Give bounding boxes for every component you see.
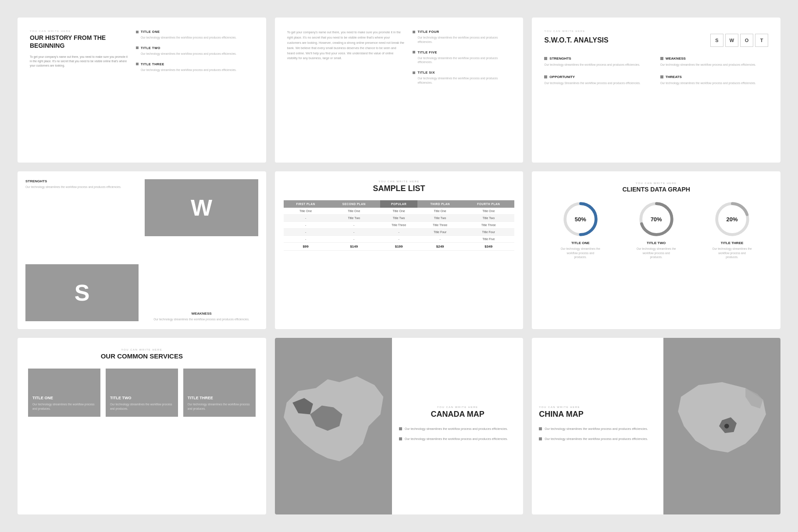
china-bullet-2: Our technology streamlines the workflow … [539,437,656,442]
circle-item-3: 20% TITLE THREE Our technology streamlin… [712,202,752,259]
slide5-top-label: YOU CAN WRITE HERE [284,180,515,183]
swot4-weak-title: WEAKNESS [145,312,258,316]
slide5-title: SAMPLE LIST [284,184,515,193]
svc2-title: TITLE TWO [110,396,174,400]
swot-sq [544,57,547,60]
title-six: TITLE SIX Our technology streamlines the… [413,71,511,85]
swot-w-box: W [145,179,258,236]
slide8-top-label: YOU CAN WRITE HERE [399,406,516,408]
swot-opp-body: Our technology Streamlines the workflow … [544,81,652,85]
circle2-label: TITLE TWO [647,241,666,245]
price-table: FIRST PLAN SECOND PLAN POPULAR THIRD PLA… [284,200,515,251]
slide3-top-label: YOU CAN WRITE HERE [544,30,768,32]
table-price-row: $99$149$199$249$349 [284,242,515,250]
bullet-sq [413,71,415,74]
table-row: Title OneTitle OneTitle OneTitle OneTitl… [284,208,515,215]
donut-3: 20% [715,202,750,237]
swot-sq [660,57,663,60]
circle-item-1: 50% TITLE ONE Our technology streamlines… [561,202,600,259]
title-six-body: Our technology streamlines the workflow … [413,76,511,85]
col-fourth: FOURTH PLAN [463,200,514,208]
title-item-3: TITLE THREE Our technology streamlines t… [136,62,254,72]
slide9-top-label: YOU CAN WRITE HERE [539,406,656,408]
swot4-str-title: STRENGHTS [25,179,139,183]
china-bullet-1: Our technology streamlines the workflow … [539,427,656,432]
canada-svg [275,338,392,514]
bullet-sq [413,51,415,53]
svg-point-8 [724,424,729,429]
swot-w-letter: W [191,195,212,221]
graph-circles: 50% TITLE ONE Our technology streamlines… [542,202,770,259]
slide2-body: To get your company's name out there, yo… [287,30,405,61]
bullet-sq [399,437,402,440]
table-header-row: FIRST PLAN SECOND PLAN POPULAR THIRD PLA… [284,200,515,208]
slide1-body: To get your company's name out there, yo… [30,55,128,67]
slide7-top-label: YOU CAN WRITE HERE [28,348,256,351]
swot-sq [660,75,663,78]
swot-weak-body: Our technology streamlines the workflow … [660,63,768,67]
svc2-body: Our technology streamlines the workflow … [110,402,174,411]
title-four: TITLE FOUR Our technology streamlines th… [413,30,511,44]
swot-s-letter: S [75,280,90,306]
bullet-sq [539,437,542,440]
swot-thr-body: Our technology streamlines the workflow … [660,81,768,85]
table-row: --Title ThreeTitle ThreeTitle Three [284,221,515,228]
circle2-body: Our technology streamlines the workflow … [637,247,676,259]
bullet-sq [399,427,402,430]
canada-bullet-2: Our technology streamlines the workflow … [399,437,516,442]
slide-swot-visual: STRENGHTS Our technology streamlines the… [18,171,266,330]
swot4-str-body: Our technology streamlines the workflow … [25,185,139,189]
donut-2: 70% [639,202,674,237]
bullet-sq [136,63,139,65]
circle3-body: Our technology streamlines the workflow … [712,247,752,259]
swot-w-section: WEAKNESS Our technology streamlines the … [145,312,258,322]
swot-box-t: T [755,34,768,47]
swot-threats: THREATS Our technology streamlines the w… [660,75,768,85]
slide-history: YOU CAN WRITE HERE OUR HISTORY FROM THE … [18,18,266,163]
table-row: ---Title FourTitle Four [284,228,515,235]
china-bullet1-text: Our technology streamlines the workflow … [545,427,648,432]
slide7-title: OUR COMMON SERVICES [28,352,256,360]
swot-box-o: O [740,34,753,47]
slide9-title: CHINA MAP [539,410,656,419]
donut-1: 50% [563,202,598,237]
slide6-title: CLIENTS DATA GRAPH [542,186,770,193]
slide-sample-list: YOU CAN WRITE HERE SAMPLE LIST FIRST PLA… [275,171,524,330]
donut2-pct: 70% [651,216,662,222]
swot-header: S.W.O.T. ANALYSIS S W O T [544,34,768,47]
swot-grid: STRENGHTS Our technology streamlines the… [544,57,768,85]
slide-canada-map: YOU CAN WRITE HERE CANADA MAP Our techno… [275,338,524,514]
slide-china-map: YOU CAN WRITE HERE CHINA MAP Our technol… [532,338,780,514]
china-bullet2-text: Our technology streamlines the workflow … [545,437,648,442]
table-row: ----Title Five [284,235,515,242]
canada-bullet1-text: Our technology streamlines the workflow … [405,427,508,432]
title-five-label: TITLE FIVE [417,50,437,54]
item1-title: TITLE ONE [141,30,160,34]
china-map-image [663,338,780,514]
svc3-title: TITLE THREE [188,396,251,400]
swot-s-box: S [25,264,139,321]
item2-body: Our technology streamlines the workflow … [136,52,254,56]
slide-services: YOU CAN WRITE HERE OUR COMMON SERVICES T… [18,338,266,514]
canada-bullet-1: Our technology streamlines the workflow … [399,427,516,432]
title-four-label: TITLE FOUR [417,30,439,34]
item1-body: Our technology streamlines the workflow … [136,35,254,40]
slide8-title: CANADA MAP [399,410,516,419]
swot4-weak-body: Our technology streamlines the workflow … [145,317,258,322]
swot-box-s: S [710,34,723,47]
donut3-pct: 20% [727,216,738,222]
swot-opp-title: OPPORTUNITY [549,75,575,79]
circle1-body: Our technology streamlines the workflow … [561,247,600,259]
bullet-sq [136,31,139,33]
swot-title: S.W.O.T. ANALYSIS [544,36,608,44]
svc-card-3: TITLE THREE Our technology streamlines t… [183,369,256,417]
swot-str-title: STRENGHTS [549,57,571,60]
slide1-top-label: YOU CAN WRITE HERE [30,30,128,32]
item3-title: TITLE THREE [141,62,164,66]
table-row: -Title TwoTitle TwoTitle TwoTitle Two [284,214,515,221]
swot-str-body: Our technology streamlines the workflow … [544,63,652,67]
bullet-sq [539,427,542,430]
circle3-label: TITLE THREE [721,241,744,245]
slide6-top-label: YOU CAN WRITE HERE [542,182,770,184]
china-map-info: YOU CAN WRITE HERE CHINA MAP Our technol… [532,338,663,514]
